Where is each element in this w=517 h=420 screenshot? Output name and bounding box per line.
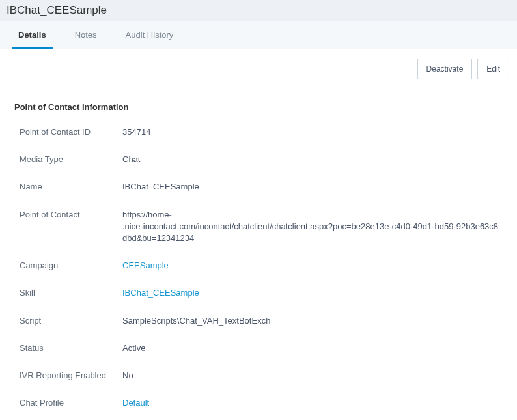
field-name: Name IBChat_CEESample [14, 181, 503, 193]
label-skill: Skill [20, 287, 122, 299]
deactivate-button[interactable]: Deactivate [417, 59, 473, 79]
label-point-of-contact: Point of Contact [20, 209, 122, 221]
content-area: Point of Contact Information Point of Co… [0, 89, 517, 420]
value-campaign-link[interactable]: CEESample [122, 260, 173, 272]
value-chat-profile-link[interactable]: Default [122, 397, 153, 409]
label-ivr-reporting: IVR Reporting Enabled [20, 370, 122, 382]
value-name: IBChat_CEESample [122, 181, 203, 193]
value-ivr-reporting: No [122, 370, 137, 382]
page-title: IBChat_CEESample [0, 0, 517, 21]
field-status: Status Active [14, 343, 503, 354]
poc-url-suffix: .nice-incontact.com/incontact/chatclient… [122, 221, 499, 244]
poc-url-prefix: https://home- [122, 209, 172, 221]
edit-button[interactable]: Edit [477, 59, 509, 79]
label-status: Status [20, 343, 122, 354]
value-point-of-contact: https://home-.nice-incontact.com/inconta… [122, 209, 503, 245]
field-media-type: Media Type Chat [14, 154, 503, 165]
field-skill: Skill IBChat_CEESample [14, 287, 503, 299]
field-ivr-reporting: IVR Reporting Enabled No [14, 370, 503, 382]
label-chat-profile: Chat Profile [20, 397, 122, 409]
value-script: SampleScripts\Chat_VAH_TextBotExch [122, 315, 274, 327]
value-status: Active [122, 343, 149, 354]
action-bar: Deactivate Edit [0, 49, 517, 89]
value-skill-link[interactable]: IBChat_CEESample [122, 287, 203, 299]
field-poc-id: Point of Contact ID 354714 [14, 126, 503, 138]
tab-details[interactable]: Details [12, 21, 53, 49]
tab-notes[interactable]: Notes [68, 21, 104, 49]
redacted-segment [173, 210, 229, 219]
field-script: Script SampleScripts\Chat_VAH_TextBotExc… [14, 315, 503, 327]
tab-bar: Details Notes Audit History [0, 21, 517, 49]
field-point-of-contact: Point of Contact https://home-.nice-inco… [14, 209, 503, 245]
label-name: Name [20, 181, 122, 193]
label-media-type: Media Type [20, 154, 122, 165]
tab-audit-history[interactable]: Audit History [119, 21, 180, 49]
label-script: Script [20, 315, 122, 327]
value-poc-id: 354714 [122, 126, 154, 138]
value-media-type: Chat [122, 154, 144, 165]
section-title: Point of Contact Information [14, 102, 503, 112]
field-chat-profile: Chat Profile Default [14, 397, 503, 409]
field-campaign: Campaign CEESample [14, 260, 503, 272]
label-poc-id: Point of Contact ID [20, 126, 122, 138]
label-campaign: Campaign [20, 260, 122, 272]
title-text: IBChat_CEESample [7, 4, 107, 16]
